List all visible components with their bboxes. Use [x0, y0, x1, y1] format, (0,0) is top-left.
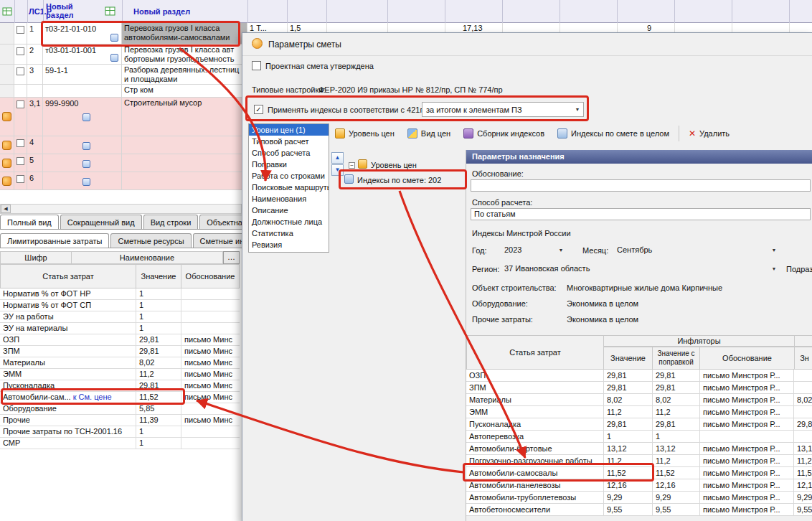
- view-tab[interactable]: Сокращенный вид: [60, 215, 142, 230]
- nav-item[interactable]: Статистика: [249, 227, 329, 239]
- row-code-cell[interactable]: [43, 136, 122, 154]
- price-kind-button[interactable]: Вид цен: [402, 124, 456, 143]
- table-row[interactable]: СМР 1: [0, 438, 240, 449]
- nav-item[interactable]: Поправки: [249, 159, 329, 170]
- table-row[interactable]: ЭММ 11,2 письмо Минс: [0, 369, 240, 380]
- nav-item[interactable]: Уровни цен (1): [249, 124, 329, 136]
- table-row[interactable]: Автоперевозка 1 1: [466, 431, 812, 443]
- table-row[interactable]: Автомобили-панелевозы 12,16 12,16 письмо…: [466, 479, 812, 492]
- nav-item[interactable]: Наименования: [249, 193, 329, 205]
- estimate-row[interactable]: 5: [0, 154, 247, 172]
- table-row[interactable]: Норматив % от ФОТ НР 1: [0, 288, 240, 300]
- column-header-value-adjusted[interactable]: Значение с поправкой: [653, 347, 700, 370]
- justification-input[interactable]: [471, 179, 811, 192]
- column-header-justification[interactable]: Обоснование: [181, 264, 240, 288]
- section-tab[interactable]: Сметные ресурсы: [110, 233, 191, 248]
- row-name-cell[interactable]: Перевозка грузов I класса авт бортовыми …: [122, 44, 247, 64]
- region-select[interactable]: 37 Ивановская область ▼: [501, 262, 780, 275]
- equipment-value[interactable]: Экономика в целом: [567, 299, 638, 308]
- row-name-cell[interactable]: [122, 154, 247, 172]
- construction-object-value[interactable]: Многоквартирные жилые дома Кирпичные: [567, 283, 722, 292]
- row-code-cell[interactable]: т03-01-01-001: [43, 44, 122, 64]
- row-name-cell[interactable]: [122, 172, 247, 189]
- row-name-cell[interactable]: Перевозка грузов I класса автомобилями-с…: [122, 23, 247, 44]
- table-row[interactable]: Автомобили-самосвалы 11,52 11,52 письмо …: [466, 467, 812, 479]
- row-code-cell[interactable]: т03-21-01-010: [43, 23, 122, 44]
- delete-button[interactable]: ✕Удалить: [683, 124, 735, 143]
- table-row[interactable]: Материалы 8,02 письмо Минс: [0, 357, 240, 369]
- row-checkbox[interactable]: [16, 26, 24, 34]
- table-row[interactable]: Автомобили-бортовые 13,12 13,12 письмо М…: [466, 443, 812, 455]
- nav-item[interactable]: Ревизия: [249, 239, 329, 250]
- tree-expander[interactable]: −: [349, 162, 355, 169]
- table-row[interactable]: Прочие затраты по ТСН-2001.16 1: [0, 426, 240, 438]
- move-up-button[interactable]: ▲: [331, 152, 344, 164]
- estimate-row[interactable]: 4: [0, 136, 247, 154]
- estimate-section-row[interactable]: Стр ком: [0, 85, 247, 98]
- year-select[interactable]: 2023 ▼: [501, 243, 567, 256]
- more-button[interactable]: …: [223, 251, 240, 264]
- table-row[interactable]: Погрузочно-разгрузочные работы 11,2 11,2…: [466, 455, 812, 467]
- table-row[interactable]: Пусконаладка 29,81 письмо Минс: [0, 380, 240, 392]
- table-row[interactable]: ЭУ на работы 1: [0, 311, 240, 323]
- apply-scope-select[interactable]: за итогом к элементам ПЗ ▼: [422, 102, 584, 117]
- table-row[interactable]: Материалы 8,02 8,02 письмо Минстроя Р...…: [466, 394, 812, 406]
- row-checkbox[interactable]: [16, 175, 24, 183]
- column-header-name[interactable]: Наименование: [72, 251, 223, 264]
- horizontal-scrollbar[interactable]: ◀: [0, 204, 242, 214]
- column-header-value[interactable]: Значение: [604, 347, 653, 370]
- row-checkbox[interactable]: [16, 67, 24, 75]
- column-header-item[interactable]: Статья затрат: [466, 335, 604, 370]
- index-book-button[interactable]: Сборник индексов: [458, 124, 550, 143]
- row-code-cell[interactable]: [43, 172, 122, 189]
- table-row[interactable]: Автомобили-трубоплетевозы 9,29 9,29 пись…: [466, 492, 812, 504]
- view-tab[interactable]: Вид строки: [143, 215, 199, 230]
- new-section-icon[interactable]: [105, 6, 115, 18]
- table-row[interactable]: Автомобили-сам...к См. цене 11,52 письмо…: [0, 392, 240, 403]
- row-checkbox[interactable]: [16, 100, 24, 108]
- view-tab[interactable]: Полный вид: [0, 215, 59, 230]
- column-header-clipped[interactable]: Зн: [795, 347, 812, 370]
- estimate-row[interactable]: 6: [0, 172, 247, 190]
- nav-item[interactable]: Типовой расчет: [249, 136, 329, 147]
- row-code-cell[interactable]: 59-1-1: [43, 65, 122, 84]
- row-checkbox[interactable]: [16, 157, 24, 165]
- estimate-row[interactable]: 2 т03-01-01-001 Перевозка грузов I класс…: [0, 44, 247, 65]
- row-name-cell[interactable]: Разборка деревянных: лестниц и площадкам…: [122, 65, 247, 84]
- table-row[interactable]: ЭММ 11,2 11,2 письмо Минстроя Р...: [466, 406, 812, 418]
- row-name-cell[interactable]: [122, 136, 247, 154]
- column-header-item[interactable]: Статья затрат: [0, 264, 136, 288]
- estimate-row[interactable]: 3,1 999-9900 Строительный мусор: [0, 98, 247, 136]
- table-row[interactable]: ОЗП 29,81 29,81 письмо Минстроя Р...: [466, 370, 812, 382]
- nav-item[interactable]: Способ расчета: [249, 147, 329, 159]
- column-header-justification[interactable]: Обоснование: [700, 347, 795, 370]
- table-row[interactable]: Оборудование 5,85: [0, 403, 240, 415]
- column-header-section[interactable]: Новый раздел: [46, 2, 88, 19]
- row-checkbox[interactable]: [16, 47, 24, 55]
- section-tab[interactable]: Сметные инде: [193, 233, 242, 248]
- row-checkbox[interactable]: [16, 139, 24, 147]
- nav-item[interactable]: Работа со строками: [249, 170, 329, 182]
- nav-item[interactable]: Описание: [249, 205, 329, 216]
- table-row[interactable]: Норматив % от ФОТ СП 1: [0, 300, 240, 311]
- row-name-cell[interactable]: Стр ком: [122, 85, 247, 97]
- column-header-value[interactable]: Значение: [136, 264, 181, 288]
- tree-node-estimate-indexes[interactable]: Индексы по смете: 202: [357, 176, 441, 184]
- other-costs-value[interactable]: Экономика в целом: [567, 315, 638, 324]
- month-select[interactable]: Сентябрь ▼: [613, 243, 780, 256]
- column-header-code[interactable]: Шифр: [0, 251, 72, 264]
- estimate-row[interactable]: 1 т03-21-01-010 Перевозка грузов I класс…: [0, 23, 247, 44]
- nav-item[interactable]: Должностные лица: [249, 216, 329, 227]
- row-code-cell[interactable]: [43, 154, 122, 172]
- row-code-cell[interactable]: 999-9900: [43, 98, 122, 136]
- table-row[interactable]: ЭУ на материалы 1: [0, 323, 240, 334]
- table-row[interactable]: Автобетоносмесители 9,55 9,55 письмо Мин…: [466, 504, 812, 516]
- table-row[interactable]: ЗПМ 29,81 письмо Минс: [0, 346, 240, 357]
- view-tab[interactable]: Объектная смета: [199, 215, 242, 230]
- move-down-button[interactable]: ▼: [331, 164, 344, 176]
- table-row[interactable]: ЗПМ 29,81 29,81 письмо Минстроя Р...: [466, 382, 812, 394]
- method-input[interactable]: По статьям: [471, 208, 811, 220]
- section-tab[interactable]: Лимитированные затраты: [0, 233, 109, 248]
- column-header-name[interactable]: Новый раздел: [133, 7, 190, 16]
- table-row[interactable]: ОЗП 29,81 письмо Минс: [0, 334, 240, 346]
